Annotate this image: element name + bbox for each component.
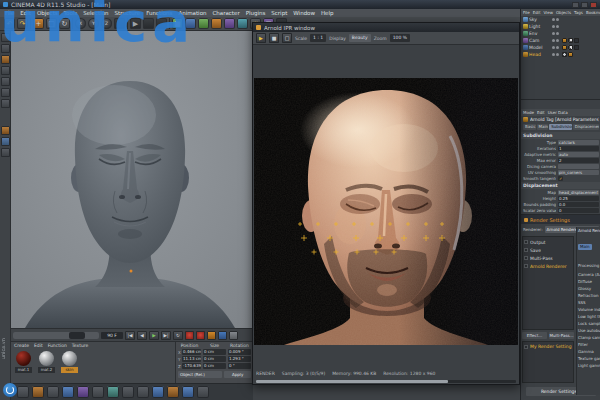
snapping-icon[interactable] — [1, 148, 10, 157]
displacement-section-header[interactable]: Displacement — [521, 182, 600, 189]
param-row[interactable]: Light gamma — [578, 362, 600, 369]
ipr-render-area[interactable] — [254, 78, 518, 345]
material-menu-create[interactable]: Create — [14, 343, 29, 348]
arnold-ipr-window[interactable]: Arnold IPR window ▶ ■ □ Scale 1 : 1 Disp… — [252, 22, 520, 385]
coordinates-icon[interactable] — [122, 386, 134, 398]
layout-icon[interactable] — [17, 386, 29, 398]
visibility-toggles[interactable] — [552, 53, 561, 56]
object-row[interactable]: Model — [521, 44, 600, 51]
menu-animation[interactable]: Animation — [178, 9, 206, 17]
object-tags[interactable] — [562, 45, 579, 50]
object-row[interactable]: Cam — [521, 37, 600, 44]
tab-main[interactable]: Main — [537, 124, 549, 130]
adaptive-metric-dropdown[interactable]: auto — [558, 152, 599, 157]
texture-tag-icon[interactable] — [568, 45, 573, 50]
effect-button[interactable]: Effect... — [522, 332, 547, 339]
scalar-zero-value-field[interactable]: 0 — [558, 208, 599, 213]
loop-button[interactable]: ↻ — [173, 331, 183, 340]
nav-multipass[interactable]: Multi-Pass — [524, 254, 572, 262]
nav-arnold-renderer[interactable]: Arnold Renderer — [524, 262, 572, 270]
deformer-icon[interactable] — [224, 18, 235, 29]
render-picture-viewer-icon[interactable] — [143, 18, 154, 29]
menu-script[interactable]: Script — [271, 9, 287, 17]
object-tags[interactable] — [562, 38, 579, 43]
axis-z-lock-icon[interactable]: Z — [101, 18, 112, 29]
height-field[interactable]: 0.25 — [558, 196, 599, 201]
visibility-toggles[interactable] — [552, 18, 561, 21]
arnold-tag-icon[interactable] — [562, 45, 567, 50]
console-icon[interactable] — [92, 386, 104, 398]
render-settings-icon[interactable] — [156, 18, 167, 29]
am-menu-edit[interactable]: Edit — [537, 110, 545, 115]
texture-tag-icon[interactable] — [568, 38, 573, 43]
maximize-button[interactable] — [581, 2, 588, 8]
key-scale-icon[interactable] — [218, 331, 227, 340]
param-row[interactable]: Gamma — [578, 348, 600, 355]
param-row[interactable]: Low light threshold — [578, 313, 600, 320]
apply-button[interactable]: Apply — [224, 371, 251, 378]
am-menu-mode[interactable]: Mode — [523, 110, 534, 115]
enable-axis-icon[interactable] — [1, 126, 10, 135]
expression-tag-icon[interactable] — [574, 38, 579, 43]
visibility-toggles[interactable] — [552, 32, 561, 35]
key-rotation-icon[interactable] — [229, 331, 238, 340]
param-row[interactable]: Lock sampling pattern — [578, 320, 600, 327]
ipr-stop-button[interactable]: ■ — [269, 33, 279, 43]
key-position-icon[interactable] — [207, 331, 216, 340]
menu-edit[interactable]: Edit — [20, 9, 31, 17]
rotate-tool-icon[interactable]: ↻ — [59, 18, 70, 29]
edges-mode-icon[interactable] — [1, 88, 10, 97]
tab-basic[interactable]: Basic — [523, 124, 536, 130]
param-row[interactable]: Use autobump in SSS — [578, 327, 600, 334]
object-row[interactable]: Sky — [521, 16, 600, 23]
displacement-map-field[interactable]: head_displacement — [558, 190, 599, 195]
layer-browser-icon[interactable] — [167, 386, 179, 398]
modeling-icon[interactable] — [211, 18, 222, 29]
material-menu-edit[interactable]: Edit — [34, 343, 43, 348]
menu-window[interactable]: Window — [293, 9, 315, 17]
phong-tag-icon[interactable] — [574, 45, 579, 50]
tab-displacement[interactable]: Displacement — [573, 124, 599, 130]
play-button[interactable]: ▶ — [149, 331, 159, 340]
material-swatch-gray[interactable] — [39, 351, 54, 366]
previous-frame-button[interactable]: ◀ — [137, 331, 147, 340]
menu-structure[interactable]: Structure — [115, 9, 141, 17]
perspective-viewport[interactable] — [11, 31, 252, 328]
coordinate-mode-dropdown[interactable]: Object (Rel.) — [178, 371, 222, 378]
param-row[interactable]: Camera (AA) — [578, 271, 600, 278]
material-menu-function[interactable]: Function — [48, 343, 67, 348]
menu-selection[interactable]: Selection — [83, 9, 108, 17]
model-mode-icon[interactable] — [1, 44, 10, 53]
axis-x-lock-icon[interactable]: X — [75, 18, 86, 29]
param-row[interactable]: Filter — [578, 341, 600, 348]
goto-start-button[interactable]: |◀ — [125, 331, 135, 340]
render-view-icon[interactable]: ▶ — [130, 18, 141, 29]
undo-icon[interactable]: ↶ — [4, 18, 15, 29]
environment-icon[interactable] — [237, 18, 248, 29]
structure-manager-icon[interactable] — [107, 386, 119, 398]
menu-objects[interactable]: Objects — [37, 9, 58, 17]
move-tool-icon[interactable]: + — [33, 18, 44, 29]
arnold-tag-icon[interactable] — [562, 38, 567, 43]
object-row[interactable]: Env — [521, 30, 600, 37]
menu-character[interactable]: Character — [212, 9, 239, 17]
rotation-b-field[interactable]: 0 ° — [228, 363, 251, 369]
object-row[interactable]: Light — [521, 23, 600, 30]
goto-end-button[interactable]: ▶| — [161, 331, 171, 340]
coordinate-system-icon[interactable] — [114, 18, 125, 29]
points-mode-icon[interactable] — [1, 77, 10, 86]
texture-mode-icon[interactable] — [1, 55, 10, 64]
picture-viewer-icon[interactable] — [62, 386, 74, 398]
ipr-title-bar[interactable]: Arnold IPR window — [253, 23, 519, 32]
bounds-padding-field[interactable]: 0.0 — [558, 202, 599, 207]
nav-output[interactable]: Output — [524, 238, 572, 246]
visibility-toggles[interactable] — [552, 25, 561, 28]
object-row-selected[interactable]: Head — [521, 51, 600, 58]
menu-file[interactable]: File — [5, 9, 14, 17]
param-row[interactable]: Volume indirect — [578, 306, 600, 313]
object-tags[interactable] — [562, 52, 573, 57]
spline-icon[interactable] — [185, 18, 196, 29]
om-menu-file[interactable]: File — [523, 10, 530, 15]
material-item[interactable]: skin — [61, 351, 78, 373]
minimize-button[interactable] — [572, 2, 579, 8]
